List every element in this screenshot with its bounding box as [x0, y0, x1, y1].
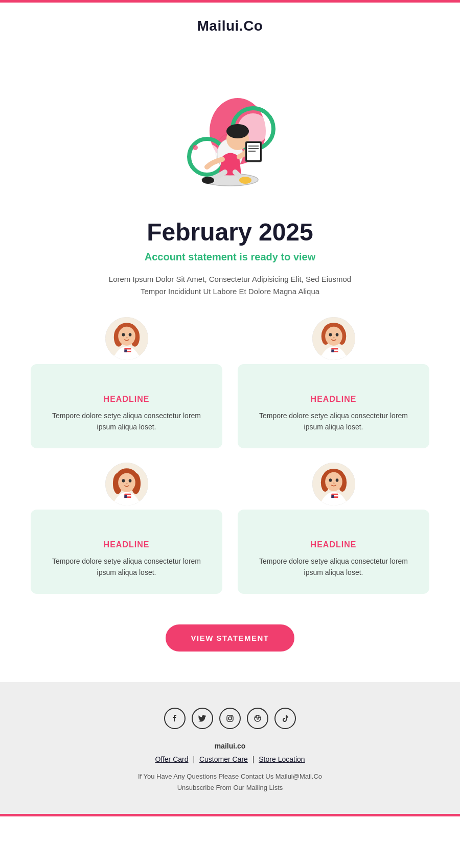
card-4-headline: HEADLINE	[253, 540, 414, 549]
svg-point-22	[118, 327, 135, 346]
card-2-wrapper: HEADLINE Tempore dolore setye aliqua con…	[238, 339, 429, 448]
footer-link-separator-2: |	[252, 755, 257, 763]
card-3-text: Tempore dolore setye aliqua consectetur …	[46, 556, 207, 578]
card-1-text: Tempore dolore setye aliqua consectetur …	[46, 410, 207, 433]
svg-point-34	[329, 333, 332, 336]
cards-row-2-container: HEADLINE Tempore dolore setye aliqua con…	[0, 484, 460, 594]
svg-point-36	[333, 337, 335, 339]
card-3-avatar-wrapper	[104, 461, 150, 507]
view-statement-button[interactable]: VIEW STATEMENT	[166, 624, 295, 652]
svg-point-17	[193, 145, 198, 150]
subtitle: Account statement is ready to view	[41, 251, 419, 263]
card-2-headline: HEADLINE	[253, 395, 414, 404]
footer-contact-line1: If You Have Any Questions Please Contact…	[31, 771, 429, 782]
footer-contact: If You Have Any Questions Please Contact…	[31, 771, 429, 793]
footer-link-store-location[interactable]: Store Location	[259, 755, 305, 763]
cards-row-1: HEADLINE Tempore dolore setye aliqua con…	[0, 339, 460, 448]
svg-point-56	[329, 478, 332, 482]
illustration-svg	[158, 50, 302, 192]
svg-point-23	[122, 333, 125, 336]
svg-point-55	[325, 472, 342, 491]
card-1-avatar-wrapper	[104, 316, 150, 361]
svg-point-33	[325, 327, 342, 346]
facebook-icon[interactable]	[164, 708, 186, 729]
svg-point-58	[333, 483, 335, 484]
card-3: HEADLINE Tempore dolore setye aliqua con…	[31, 510, 222, 594]
footer-links: Offer Card | Customer Care | Store Locat…	[31, 755, 429, 763]
svg-rect-28	[124, 349, 127, 352]
svg-rect-50	[124, 495, 127, 498]
cards-row-2-grid: HEADLINE Tempore dolore setye aliqua con…	[31, 484, 429, 594]
email-wrapper: Mailui.Co	[0, 0, 460, 868]
hero-illustration	[0, 39, 460, 208]
card-4: HEADLINE Tempore dolore setye aliqua con…	[238, 510, 429, 594]
logo: Mailui.Co	[0, 18, 460, 34]
svg-point-25	[126, 337, 128, 339]
social-icons	[31, 708, 429, 729]
svg-point-44	[118, 473, 135, 492]
card-4-avatar	[311, 461, 357, 507]
svg-rect-39	[331, 349, 334, 352]
dribbble-icon[interactable]	[247, 708, 268, 729]
card-3-avatar	[104, 461, 150, 507]
footer-link-offer-card[interactable]: Offer Card	[155, 755, 188, 763]
card-2-avatar-wrapper	[311, 316, 357, 361]
card-1-avatar	[104, 316, 150, 361]
cta-section: VIEW STATEMENT	[0, 619, 460, 682]
main-title: February 2025	[41, 218, 419, 246]
tiktok-icon[interactable]	[274, 708, 296, 729]
svg-point-65	[255, 715, 261, 721]
card-2-avatar	[311, 316, 357, 361]
svg-point-63	[228, 717, 232, 720]
description: Lorem Ipsum Dolor Sit Amet, Consectetur …	[102, 273, 358, 298]
svg-point-47	[126, 483, 128, 484]
card-1-headline: HEADLINE	[46, 395, 207, 404]
card-2-text: Tempore dolore setye aliqua consectetur …	[253, 410, 414, 433]
card-4-avatar-wrapper	[311, 461, 357, 507]
svg-point-57	[335, 478, 338, 482]
svg-point-24	[128, 333, 131, 336]
bottom-bar	[0, 814, 460, 816]
card-2: HEADLINE Tempore dolore setye aliqua con…	[238, 364, 429, 448]
footer-link-separator-1: |	[193, 755, 197, 763]
twitter-icon[interactable]	[192, 708, 213, 729]
svg-point-45	[122, 479, 125, 483]
footer-domain: mailui.co	[31, 742, 429, 750]
card-1: HEADLINE Tempore dolore setye aliqua con…	[31, 364, 222, 448]
header: Mailui.Co	[0, 3, 460, 39]
svg-point-64	[232, 716, 233, 717]
main-content: February 2025 Account statement is ready…	[0, 208, 460, 339]
footer: mailui.co Offer Card | Customer Care | S…	[0, 682, 460, 814]
instagram-icon[interactable]	[219, 708, 241, 729]
svg-point-35	[335, 333, 338, 336]
card-3-headline: HEADLINE	[46, 540, 207, 549]
svg-rect-61	[331, 495, 334, 498]
svg-point-15	[202, 177, 214, 184]
svg-point-9	[226, 124, 249, 138]
svg-point-16	[239, 177, 251, 184]
card-3-wrapper: HEADLINE Tempore dolore setye aliqua con…	[31, 484, 222, 594]
card-4-text: Tempore dolore setye aliqua consectetur …	[253, 556, 414, 578]
svg-point-46	[128, 479, 131, 483]
card-1-wrapper: HEADLINE Tempore dolore setye aliqua con…	[31, 339, 222, 448]
footer-link-customer-care[interactable]: Customer Care	[199, 755, 248, 763]
card-4-wrapper: HEADLINE Tempore dolore setye aliqua con…	[238, 484, 429, 594]
footer-contact-line2: Unsubscribe From Our Mailing Lists	[31, 782, 429, 793]
